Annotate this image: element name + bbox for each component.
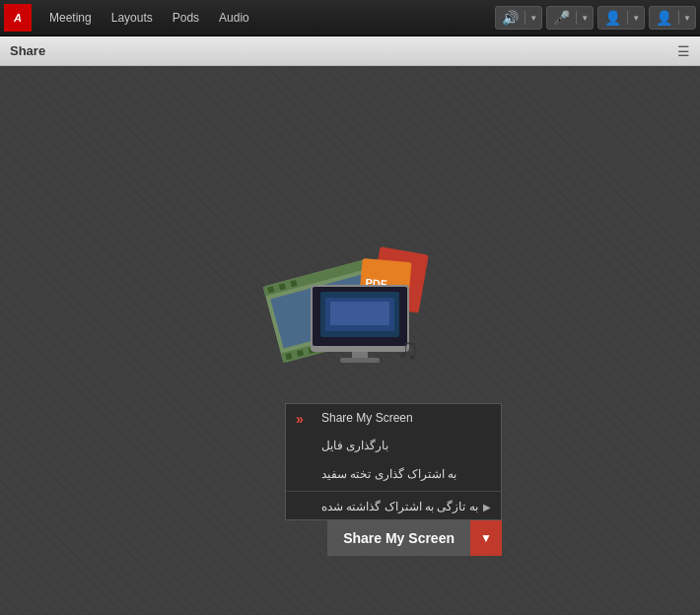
share-panel-header: Share ☰ <box>0 36 700 66</box>
speaker-control-group: 🔊 ▼ <box>495 6 542 30</box>
share-menu-popup: Share My Screen بارگذاری فایل به اشتراک … <box>285 403 502 520</box>
menu-layouts[interactable]: Layouts <box>102 0 163 36</box>
share-panel-menu-icon[interactable]: ☰ <box>677 43 690 59</box>
menu-pods[interactable]: Pods <box>163 0 209 36</box>
share-menu-divider <box>286 491 501 492</box>
menu-meeting[interactable]: Meeting <box>39 0 102 36</box>
person-control-group: 👤 ▼ <box>597 6 645 30</box>
share-menu-item-screen[interactable]: Share My Screen <box>286 404 501 433</box>
menu-audio[interactable]: Audio <box>209 0 259 36</box>
mic-icon[interactable]: 🎤 <box>547 6 576 30</box>
person-icon[interactable]: 👤 <box>598 6 627 30</box>
share-button-row: Share My Screen ▼ <box>327 520 502 556</box>
share-panel-title: Share <box>10 43 45 58</box>
menubar-right-controls: 🔊 ▼ 🎤 ▼ 👤 ▼ 👤 ▼ <box>495 6 696 30</box>
svg-text:♫: ♫ <box>397 332 420 365</box>
main-content-area: PPT PDF ♫ Share My Screen <box>0 66 700 615</box>
svg-rect-20 <box>340 358 380 363</box>
share-dropdown-arrow-button[interactable]: ▼ <box>470 520 502 556</box>
person-dropdown-arrow[interactable]: ▼ <box>628 14 644 23</box>
share-menu-item-whiteboard[interactable]: به اشتراک گذاری تخته سفید <box>286 460 501 489</box>
submenu-arrow-icon: ▶ <box>483 502 491 512</box>
svg-rect-18 <box>330 302 389 325</box>
dropdown-arrow-icon: ▼ <box>480 531 492 545</box>
share-dropdown-container: Share My Screen بارگذاری فایل به اشتراک … <box>285 403 502 556</box>
speaker-icon[interactable]: 🔊 <box>496 6 525 30</box>
person2-icon[interactable]: 👤 <box>650 6 678 30</box>
share-menu-item-recent[interactable]: به تازگی به اشتراک گذاشته شده ▶ <box>286 494 501 519</box>
center-illustration: PPT PDF ♫ <box>251 231 449 388</box>
speaker-dropdown-arrow[interactable]: ▼ <box>525 14 541 23</box>
menubar: A Meeting Layouts Pods Audio 🔊 ▼ 🎤 ▼ 👤 ▼… <box>0 0 700 36</box>
mic-dropdown-arrow[interactable]: ▼ <box>577 14 593 23</box>
adobe-logo[interactable]: A <box>4 4 32 32</box>
person2-dropdown-arrow[interactable]: ▼ <box>679 14 695 23</box>
mic-control-group: 🎤 ▼ <box>546 6 594 30</box>
share-menu-item-file[interactable]: بارگذاری فایل <box>286 432 501 460</box>
share-my-screen-button[interactable]: Share My Screen <box>327 520 470 556</box>
adobe-logo-text: A <box>14 12 22 24</box>
person2-control-group: 👤 ▼ <box>649 6 696 30</box>
